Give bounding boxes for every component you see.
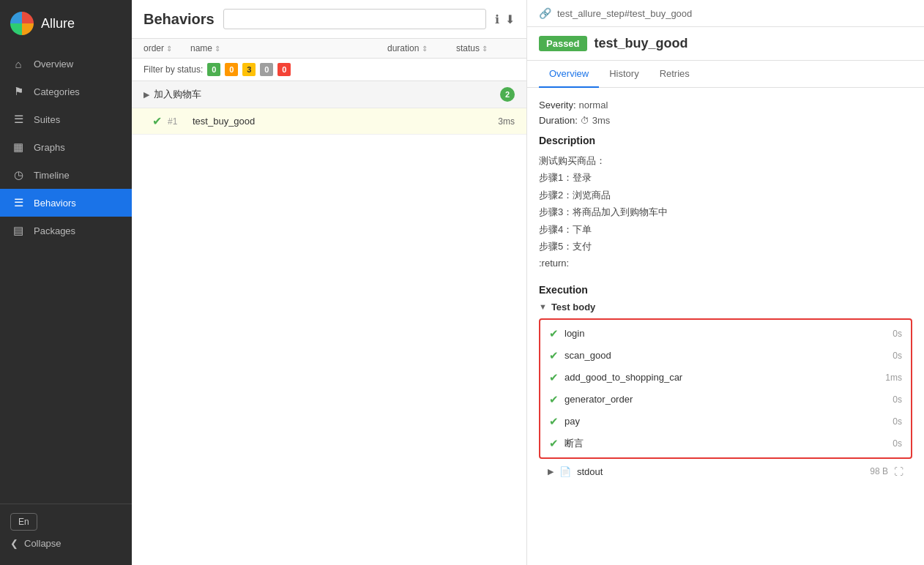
severity-label: Severity:	[539, 100, 576, 111]
sidebar-item-categories[interactable]: ⚑ Categories	[0, 78, 132, 105]
step-row: ✔ scan_good 0s	[540, 345, 911, 367]
col-status-header[interactable]: status ⇕	[456, 43, 515, 53]
filter-badge-skipped[interactable]: 0	[260, 63, 273, 76]
duration-label: Duration:	[539, 115, 578, 126]
step-passed-icon: ✔	[549, 371, 559, 384]
download-icon-button[interactable]: ⬇	[505, 12, 515, 26]
sidebar-item-timeline[interactable]: ◷ Timeline	[0, 161, 132, 189]
tab-retries[interactable]: Retries	[649, 61, 700, 88]
suites-icon: ☰	[12, 113, 25, 126]
test-body-steps: ✔ login 0s ✔ scan_good 0s ✔ add_good_to_…	[539, 318, 912, 459]
step-row: ✔ add_good_to_shopping_car 1ms	[540, 367, 911, 389]
table-row[interactable]: ✔ #1 test_buy_good 3ms	[132, 108, 526, 135]
step-row: ✔ pay 0s	[540, 411, 911, 433]
step-passed-icon: ✔	[549, 349, 559, 362]
step-name: login	[565, 328, 887, 339]
stdout-row[interactable]: ▶ 📄 stdout 98 B ⛶	[539, 462, 912, 482]
sidebar-item-label: Timeline	[34, 170, 70, 181]
sidebar-item-label: Categories	[34, 86, 80, 97]
step-time: 0s	[893, 329, 902, 339]
duration-value: 3ms	[592, 115, 611, 126]
fullscreen-icon[interactable]: ⛶	[894, 466, 903, 477]
step-row: ✔ login 0s	[540, 323, 911, 345]
link-icon: 🔗	[539, 7, 551, 19]
group-row[interactable]: ▶ 加入购物车 2	[132, 81, 526, 108]
test-name: test_buy_good	[193, 116, 498, 127]
sort-order-icon: ⇕	[166, 45, 172, 53]
behaviors-header: Behaviors ℹ ⬇	[132, 0, 526, 39]
sidebar-item-overview[interactable]: ⌂ Overview	[0, 50, 132, 78]
main-wrap: Behaviors ℹ ⬇ order ⇕ name ⇕ duration ⇕ …	[132, 0, 924, 565]
stdout-size: 98 B	[870, 466, 888, 476]
group-count: 2	[500, 87, 515, 102]
sidebar-item-suites[interactable]: ☰ Suites	[0, 105, 132, 133]
app-title: Allure	[41, 16, 75, 31]
categories-icon: ⚑	[12, 85, 25, 98]
detail-panel: 🔗 test_allure_step#test_buy_good Passed …	[527, 0, 924, 565]
duration-row: Duration: ⏱ 3ms	[539, 115, 912, 126]
filter-row: Filter by status: 0 0 3 0 0	[132, 59, 526, 81]
severity-value: normal	[579, 100, 608, 111]
step-name: add_good_to_shopping_car	[565, 372, 879, 383]
header-icons: ℹ ⬇	[495, 12, 515, 26]
sidebar: Allure ⌂ Overview ⚑ Categories ☰ Suites …	[0, 0, 132, 565]
test-body-header[interactable]: ▼ Test body	[539, 302, 912, 313]
sidebar-item-label: Graphs	[34, 142, 65, 153]
test-body-label: Test body	[551, 302, 595, 313]
step-time: 0s	[893, 394, 902, 405]
detail-title-bar: 🔗 test_allure_step#test_buy_good	[527, 0, 924, 27]
detail-breadcrumb: test_allure_step#test_buy_good	[557, 8, 692, 19]
col-duration-header[interactable]: duration ⇕	[387, 43, 453, 53]
sidebar-item-behaviors[interactable]: ☰ Behaviors	[0, 189, 132, 217]
info-icon-button[interactable]: ℹ	[495, 12, 499, 26]
detail-body: Severity: normal Duration: ⏱ 3ms Descrip…	[527, 88, 924, 565]
detail-tabs: Overview History Retries	[527, 61, 924, 88]
home-icon: ⌂	[12, 57, 25, 70]
sidebar-bottom: En ❮ Collapse	[0, 504, 132, 565]
step-row: ✔ 断言 0s	[540, 433, 911, 454]
severity-row: Severity: normal	[539, 100, 912, 111]
sidebar-item-graphs[interactable]: ▦ Graphs	[0, 133, 132, 161]
step-name: scan_good	[565, 350, 887, 361]
stdout-name: stdout	[577, 466, 864, 477]
language-button[interactable]: En	[10, 513, 37, 531]
description-text: 测试购买商品： 步骤1：登录 步骤2：浏览商品 步骤3：将商品加入到购物车中 步…	[539, 152, 912, 272]
passed-badge: Passed	[539, 36, 587, 51]
execution-title: Execution	[539, 284, 912, 296]
behaviors-icon: ☰	[12, 196, 25, 209]
packages-icon: ▤	[12, 224, 25, 237]
behaviors-panel: Behaviors ℹ ⬇ order ⇕ name ⇕ duration ⇕ …	[132, 0, 527, 565]
collapse-button[interactable]: ❮ Collapse	[10, 531, 122, 556]
sidebar-item-label: Suites	[34, 114, 60, 125]
filter-badge-failed[interactable]: 0	[225, 63, 238, 76]
table-header: order ⇕ name ⇕ duration ⇕ status ⇕	[132, 39, 526, 59]
tab-history[interactable]: History	[599, 61, 649, 88]
detail-content: Passed test_buy_good Overview History Re…	[527, 27, 924, 565]
graphs-icon: ▦	[12, 141, 25, 154]
detail-test-name: test_buy_good	[595, 36, 688, 51]
sort-status-icon: ⇕	[482, 45, 488, 53]
stdout-expand-arrow: ▶	[548, 467, 554, 476]
step-time: 0s	[893, 438, 902, 449]
collapse-label: Collapse	[24, 538, 62, 549]
filter-badge-passed[interactable]: 0	[207, 63, 220, 76]
search-input[interactable]	[223, 9, 486, 29]
test-duration: 3ms	[498, 116, 515, 127]
detail-header: Passed test_buy_good	[527, 27, 924, 61]
allure-logo-icon	[10, 12, 34, 35]
behaviors-title: Behaviors	[144, 11, 215, 28]
sidebar-item-packages[interactable]: ▤ Packages	[0, 217, 132, 244]
sidebar-item-label: Overview	[34, 59, 73, 70]
tab-overview[interactable]: Overview	[539, 61, 599, 88]
group-name: 加入购物车	[154, 88, 500, 101]
timeline-icon: ◷	[12, 168, 25, 182]
test-passed-icon: ✔	[152, 114, 162, 128]
filter-badge-unknown[interactable]: 0	[277, 63, 291, 76]
sort-name-icon: ⇕	[215, 45, 220, 53]
col-name-header[interactable]: name ⇕	[190, 43, 384, 53]
step-passed-icon: ✔	[549, 415, 559, 428]
col-order-header[interactable]: order ⇕	[144, 43, 187, 53]
sidebar-item-label: Packages	[34, 225, 75, 236]
step-passed-icon: ✔	[549, 327, 559, 340]
filter-badge-broken[interactable]: 3	[242, 63, 256, 76]
